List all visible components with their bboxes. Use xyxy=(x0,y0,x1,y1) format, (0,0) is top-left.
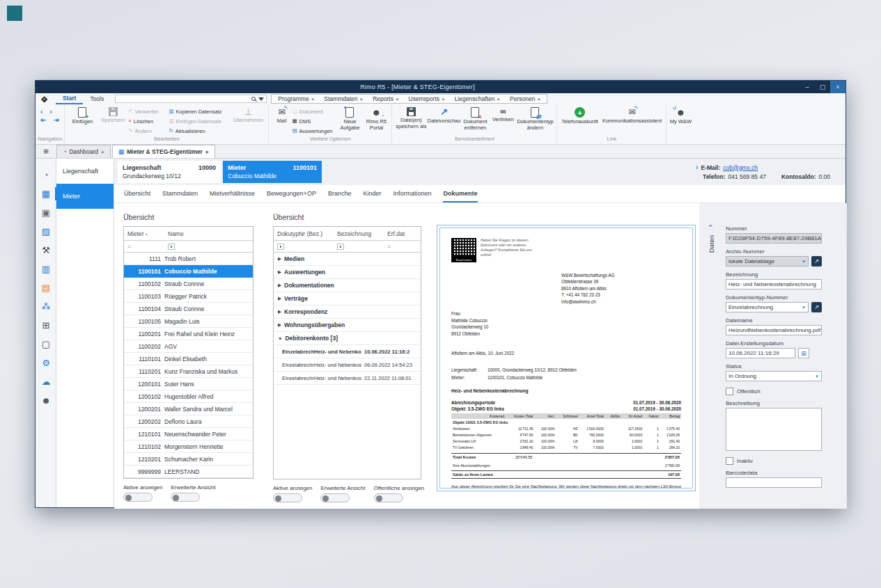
tenant-row[interactable]: 1200201 Waller Sandra und Marcel xyxy=(124,403,253,415)
toggle-switch[interactable] xyxy=(123,493,153,502)
ribbon-search-input[interactable] xyxy=(115,95,267,103)
close-icon[interactable]: × xyxy=(442,96,445,102)
speichern-button[interactable]: Speichern xyxy=(98,105,128,124)
sidenav-item[interactable]: Mieter xyxy=(56,184,114,209)
telefonauskunft-button[interactable]: + Telefonauskunft xyxy=(559,105,600,125)
tree-collapsed-icon[interactable]: ▶ xyxy=(278,269,281,275)
toggle-switch[interactable] xyxy=(273,493,302,502)
sidebar-icon-tenants[interactable]: ▨ xyxy=(36,222,56,241)
sidebar-icon-persons[interactable]: ☻ xyxy=(36,391,56,410)
column-header-dokutyp[interactable]: DokutypNr (Bez.) xyxy=(274,230,334,237)
oeffentlich-checkbox[interactable] xyxy=(726,388,733,395)
close-icon[interactable]: × xyxy=(311,96,315,102)
nav-first-button[interactable]: ⇤ xyxy=(40,117,46,123)
tree-collapsed-icon[interactable]: ▶ xyxy=(278,309,281,315)
detail-tab[interactable]: Stammdaten xyxy=(162,190,198,202)
verlinken-button[interactable]: ∞ Verlinken xyxy=(490,105,515,123)
sidenav-item[interactable]: Liegenschaft xyxy=(56,159,114,184)
auswertungen-button[interactable]: ▤ Auswertungen xyxy=(292,127,336,135)
tenant-row[interactable]: 1210101 Neuenschwander Peter xyxy=(124,428,253,440)
sidebar-icon-reports[interactable]: ▥ xyxy=(36,260,56,278)
column-header-mieter[interactable]: Mieter ▴ xyxy=(124,230,164,237)
liegenschaft-card[interactable]: Liegenschaft 10000 Grundackerweg 10/12 xyxy=(118,161,221,183)
uebernehmen-button[interactable]: ⊥ Übernehmen xyxy=(230,105,266,124)
sidebar-icon-buildings[interactable]: ⊞ xyxy=(36,316,56,335)
tree-collapsed-icon[interactable]: ▶ xyxy=(278,283,281,288)
mieter-card[interactable]: Mieter 1100101 Cobuccio Mathilde xyxy=(223,161,322,183)
tenant-row[interactable]: 1100102 Straub Corinne xyxy=(124,278,253,290)
sidebar-icon-settings[interactable]: ⚙ xyxy=(36,353,56,372)
daten-vertical-tab[interactable]: Daten xyxy=(708,235,715,253)
filter-cell-name[interactable] xyxy=(164,244,175,250)
tenant-row[interactable]: 1100101 Cobuccio Mathilde xyxy=(124,265,253,278)
dropdown-arrow-icon[interactable]: ▼ xyxy=(815,374,819,379)
dms-button[interactable]: ▦ DMS xyxy=(292,117,336,125)
tenant-row[interactable]: 9999999 LEERSTAND xyxy=(124,466,253,478)
close-button[interactable]: × xyxy=(830,81,845,93)
toggle-switch[interactable] xyxy=(374,493,403,502)
document-preview[interactable]: EasyContact Haben Sie Fragen zu diesem D… xyxy=(437,225,696,491)
sidebar-icon-craftsman[interactable]: ⚒ xyxy=(36,241,56,260)
filter-cell-mieter[interactable]: = xyxy=(124,243,164,250)
aendern-button[interactable]: ✎ Ändern xyxy=(128,127,169,135)
calendar-icon[interactable]: ⊞ xyxy=(798,348,809,358)
kommunikationsassistent-button[interactable]: ✉✎ Kommunikationsassistent xyxy=(600,105,664,125)
erstellungsdatum-field[interactable]: 10.06.2022 11:16:29 xyxy=(726,348,795,358)
inaktiv-checkbox[interactable] xyxy=(726,457,733,465)
tenant-row[interactable]: 1110201 Kunz Franziska und Markus xyxy=(124,365,253,378)
collapse-chevron-icon[interactable]: ‹ xyxy=(708,225,715,227)
tree-collapsed-icon[interactable]: ▶ xyxy=(278,256,281,262)
rimo-r5-portal-button[interactable]: ☻◔ Rimo R5 Portal xyxy=(363,105,389,131)
sidebar-icon-cloud-download[interactable]: ☁ xyxy=(36,372,56,391)
column-header-erfdat[interactable]: Erf.dat xyxy=(384,230,405,237)
bezeichnung-field[interactable]: Heiz- und Nebenkostenabrechnung xyxy=(726,279,822,289)
tree-node[interactable]: ▶ ▼ Debitorenkonto [3] xyxy=(274,332,421,345)
document-row[interactable]: Einzelabrechnung Heiz- und Nebenkos 22.1… xyxy=(274,372,421,385)
dropdown-arrow-icon[interactable]: ▼ xyxy=(802,260,806,264)
tree-collapsed-icon[interactable]: ▶ xyxy=(278,296,281,301)
menu-hamburger-icon[interactable]: ≡ xyxy=(36,144,56,158)
mail-button[interactable]: ✉✎ Mail xyxy=(271,105,292,125)
tenant-row[interactable]: 1100201 Frei Rahel und Klein Heinz xyxy=(124,328,253,340)
tenant-row[interactable]: 1210201 Schumacher Karin xyxy=(124,453,253,466)
tree-node[interactable]: ▶ ▼ Verträge xyxy=(274,292,421,305)
minimize-button[interactable]: – xyxy=(800,81,815,93)
einfuegen-datensatz-button[interactable]: ▥ Einfügen Datensatz xyxy=(169,117,230,125)
ribbon-tab-start[interactable]: Start xyxy=(56,94,83,104)
close-icon[interactable]: × xyxy=(537,96,540,102)
tree-node[interactable]: ▶ ▼ Korrespondenz xyxy=(274,305,421,319)
module-tab[interactable]: Programme × xyxy=(273,95,319,102)
dropdown-arrow-icon[interactable]: ▼ xyxy=(802,305,806,310)
close-icon[interactable]: × xyxy=(101,149,104,155)
tenant-row[interactable]: 1200101 Suter Hans xyxy=(124,378,253,390)
expander-chevron-icon[interactable]: › xyxy=(696,164,698,171)
archiv-popup-button[interactable]: ↗ xyxy=(811,256,822,267)
maximize-button[interactable]: ▢ xyxy=(815,81,830,93)
kopieren-datensatz-button[interactable]: ▥ Kopieren Datensatz xyxy=(169,107,230,116)
einfuegen-button[interactable]: + Einfügen xyxy=(67,105,98,125)
column-header-bezeichnung[interactable]: Bezeichnung xyxy=(334,230,384,237)
module-tab[interactable]: Userreports × xyxy=(404,95,450,102)
filter-cell-dokutyp[interactable] xyxy=(274,244,334,250)
nummer-field[interactable]: F1D28F54-D759-4F89-8E87-29B81ADBE4 xyxy=(726,233,822,244)
close-icon[interactable]: × xyxy=(396,96,399,102)
nav-last-button[interactable]: ⇥ xyxy=(53,117,59,123)
sidebar-icon-dashboard[interactable]: ◔ xyxy=(36,166,56,184)
search-icon[interactable] xyxy=(251,97,256,101)
loeschen-button[interactable]: × Löschen xyxy=(128,117,169,125)
detail-tab[interactable]: Dokumente xyxy=(443,190,477,202)
detail-tab[interactable]: Kinder xyxy=(363,190,381,202)
dateiname-field[interactable]: HeizundNebenkostenabrechnung.pdf xyxy=(726,325,822,335)
filter-cell-erfdat[interactable]: = xyxy=(384,243,391,250)
detail-tab[interactable]: Branche xyxy=(328,190,352,202)
sidebar-icon-properties[interactable]: ▦ xyxy=(36,184,56,203)
dokumententyp-combo[interactable]: Einzelabrechnung ▼ xyxy=(726,302,809,312)
detail-tab[interactable]: Mietverhältnisse xyxy=(210,190,255,202)
verwerfen-button[interactable]: ↶ Verwerfen xyxy=(128,107,169,116)
tenant-row[interactable]: 1200102 Hugentobler Alfred xyxy=(124,390,253,403)
tenant-row[interactable]: 1111 Trüb Robert xyxy=(124,253,253,265)
detail-tab[interactable]: Übersicht xyxy=(124,190,150,202)
barcodedata-field[interactable] xyxy=(726,477,822,488)
dateivorschau-button[interactable]: ↗ Dateivorschau xyxy=(428,105,460,125)
tenant-row[interactable]: 1100104 Straub Corinne xyxy=(124,303,253,315)
